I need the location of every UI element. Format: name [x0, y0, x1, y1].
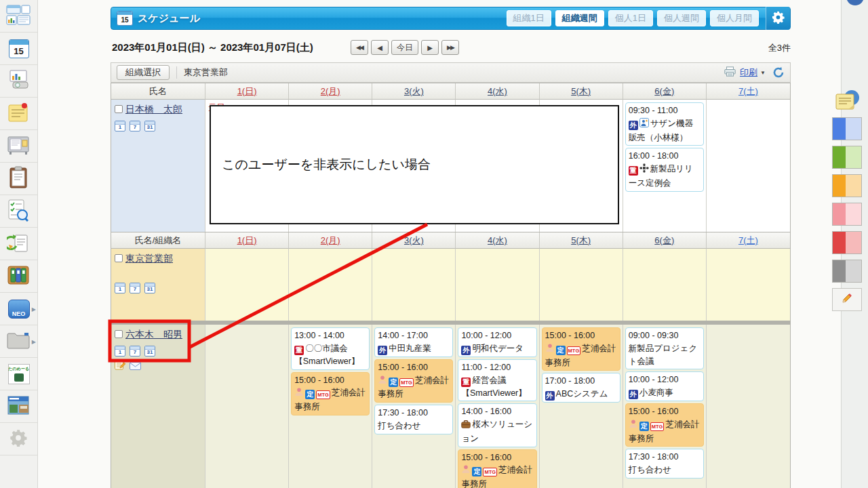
user1-name-link[interactable]: 日本橋 太郎 [125, 104, 182, 115]
org-name-link[interactable]: 東京営業部 [125, 253, 173, 264]
sidebar-item-bulletin-board[interactable] [0, 130, 37, 163]
schedule-cell[interactable] [205, 249, 289, 321]
event[interactable]: 15:00 - 16:00 定MTG芝浦会計事務所 [374, 359, 453, 403]
today-button[interactable]: 今日 [391, 40, 418, 55]
next-button[interactable]: ▶ [421, 40, 439, 55]
refresh-button[interactable] [772, 66, 785, 79]
color-swatch-gray[interactable] [832, 260, 862, 283]
schedule-cell[interactable] [289, 249, 372, 321]
day-header-sat[interactable]: 7(土) [738, 85, 758, 98]
day-header-thu[interactable]: 5(木) [571, 85, 591, 98]
sidebar-item-facility[interactable] [0, 65, 37, 98]
prev-button[interactable]: ◀ [371, 40, 389, 55]
day-header-sun[interactable]: 1(日) [237, 85, 257, 98]
day-header-tue[interactable]: 3(火) [404, 85, 424, 98]
week-view-icon[interactable]: 7 [130, 121, 140, 131]
day-header-sun[interactable]: 1(日) [237, 235, 257, 247]
event[interactable]: 13:00 - 14:00 重〇〇市議会【SmartViewer】 [291, 327, 370, 370]
event[interactable]: 17:30 - 18:00 打ち合わせ [374, 405, 453, 434]
expand-arrow-icon[interactable]: ▶ [32, 306, 36, 312]
color-swatch-blue[interactable] [832, 117, 862, 140]
org-select-button[interactable]: 組織選択 [117, 65, 170, 80]
event[interactable]: 11:00 - 12:00 重経営会議【SmartViewer】 [458, 359, 536, 402]
day-view-icon[interactable]: 1 [115, 283, 125, 293]
event[interactable]: 16:00 - 18:00 重新製品リリース定例会 [625, 148, 704, 191]
schedule-cell-sat[interactable] [707, 325, 790, 488]
week-view-icon[interactable]: 7 [130, 346, 140, 357]
event[interactable]: 10:00 - 12:00 外明和代データ [458, 327, 536, 357]
day-header-fri[interactable]: 6(金) [654, 85, 674, 98]
sidebar-item-cabinet[interactable] [0, 260, 37, 293]
schedule-cell-fri[interactable]: 09:30 - 11:00 外サザン機器販売（小林様） 16:00 - 18:0… [623, 100, 707, 232]
sidebar-item-survey[interactable] [0, 195, 37, 228]
event[interactable]: 15:00 - 16:00 定MTG芝浦会計事務所 [458, 449, 536, 488]
sticky-note-button[interactable] [832, 89, 862, 112]
user2-name-link[interactable]: 六本木 昭男 [125, 329, 182, 340]
sidebar-item-tanomail[interactable]: たのめーる [0, 358, 37, 390]
print-link[interactable]: 印刷 [740, 66, 757, 79]
color-swatch-pink[interactable] [832, 203, 862, 226]
month-view-icon[interactable]: 31 [144, 346, 155, 357]
mail-icon[interactable] [130, 360, 141, 373]
schedule-cell-sun[interactable] [205, 325, 289, 488]
settings-button[interactable] [766, 7, 790, 30]
sidebar-item-memo[interactable] [0, 98, 37, 130]
day-header-sat[interactable]: 7(土) [738, 235, 758, 247]
pencil-button[interactable] [832, 288, 862, 311]
memo-edit-icon[interactable] [115, 360, 126, 373]
event[interactable]: 09:00 - 09:30 新製品プロジェクト会議 [625, 327, 704, 369]
schedule-cell-fri[interactable]: 09:00 - 09:30 新製品プロジェクト会議 10:00 - 12:00 … [623, 325, 707, 488]
schedule-cell-mon[interactable]: 13:00 - 14:00 重〇〇市議会【SmartViewer】 15:00 … [289, 325, 372, 488]
day-header-thu[interactable]: 5(木) [571, 235, 591, 247]
schedule-cell-tue[interactable]: 14:00 - 17:00 外中田丸産業 15:00 - 16:00 定MTG芝… [372, 325, 456, 488]
event[interactable]: 15:00 - 16:00 定MTG芝浦会計事務所 [291, 372, 370, 415]
color-swatch-orange[interactable] [832, 174, 862, 197]
day-header-mon[interactable]: 2(月) [321, 235, 340, 247]
user1-checkbox[interactable] [115, 105, 123, 113]
schedule-cell-sat[interactable] [707, 100, 790, 232]
sidebar-item-settings[interactable] [0, 423, 37, 455]
sidebar-item-portal[interactable] [0, 0, 37, 33]
tab-personal-day[interactable]: 個人1日 [608, 10, 653, 26]
jump-prev-button[interactable]: ◀◀ [351, 40, 368, 55]
color-swatch-green[interactable] [832, 146, 862, 169]
event[interactable]: 17:30 - 18:00 打ち合わせ [625, 449, 704, 479]
day-view-icon[interactable]: 1 [115, 346, 125, 357]
tab-org-day[interactable]: 組織1日 [507, 10, 551, 26]
print-dropdown-caret[interactable]: ▼ [760, 70, 766, 76]
sidebar-item-schedule[interactable]: 15 [0, 33, 37, 65]
day-header-tue[interactable]: 3(火) [404, 235, 424, 247]
week-view-icon[interactable]: 7 [130, 283, 140, 293]
color-swatch-red[interactable] [832, 231, 862, 254]
day-view-icon[interactable]: 1 [115, 121, 125, 131]
sidebar-item-circular[interactable] [0, 163, 37, 195]
schedule-cell[interactable] [540, 249, 623, 321]
event[interactable]: 10:00 - 12:00 外小麦商事 [625, 371, 704, 401]
expand-arrow-icon[interactable]: ▶ [32, 339, 36, 345]
day-header-wed[interactable]: 4(水) [488, 235, 507, 247]
help-button[interactable] [846, 0, 864, 5]
sidebar-item-banner[interactable] [0, 390, 37, 423]
day-header-fri[interactable]: 6(金) [654, 235, 674, 247]
sidebar-item-folder[interactable]: ▶ [0, 325, 37, 358]
schedule-cell[interactable] [707, 249, 790, 321]
event[interactable]: 14:00 - 17:00 外中田丸産業 [374, 327, 453, 357]
day-header-wed[interactable]: 4(水) [488, 85, 507, 98]
event[interactable]: 09:30 - 11:00 外サザン機器販売（小林様） [625, 102, 704, 146]
tab-org-week[interactable]: 組織週間 [555, 10, 604, 26]
schedule-cell[interactable] [372, 249, 456, 321]
month-view-icon[interactable]: 31 [144, 121, 155, 131]
schedule-cell[interactable] [623, 249, 707, 321]
event[interactable]: 15:00 - 16:00 定MTG芝浦会計事務所 [542, 327, 620, 371]
sidebar-item-workflow[interactable] [0, 228, 37, 260]
event[interactable]: 15:00 - 16:00 定MTG芝浦会計事務所 [625, 403, 704, 447]
event[interactable]: 17:00 - 18:00 外ABCシステム [542, 373, 620, 403]
schedule-cell[interactable] [456, 249, 539, 321]
tab-personal-month[interactable]: 個人月間 [710, 10, 759, 26]
jump-next-button[interactable]: ▶▶ [441, 40, 459, 55]
org-checkbox[interactable] [115, 254, 123, 262]
user2-checkbox[interactable] [115, 330, 123, 338]
month-view-icon[interactable]: 31 [144, 283, 155, 293]
tab-personal-week[interactable]: 個人週間 [657, 10, 706, 26]
sidebar-item-neo[interactable]: NEO▶ [0, 293, 37, 325]
